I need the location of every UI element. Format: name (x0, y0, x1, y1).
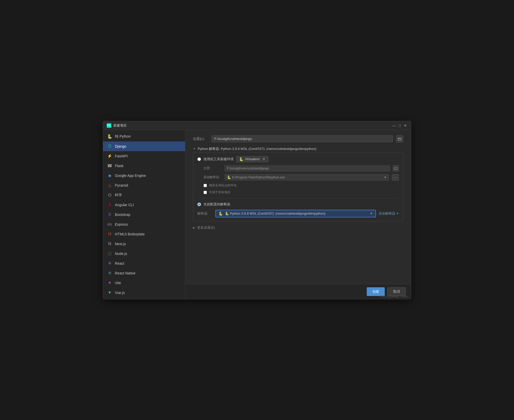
location-browse-button[interactable] (396, 135, 403, 142)
sidebar-item-label-bootstrap: Bootstrap (115, 213, 130, 217)
django-icon: D (107, 144, 112, 149)
title-bar: PC 新建项目 — □ ✕ (103, 121, 411, 130)
sidebar-item-science[interactable]: ⌬科学 (103, 190, 185, 200)
section-divider (197, 198, 399, 198)
sidebar-item-nextjs[interactable]: NNext.js (103, 239, 185, 249)
more-settings-label: 更多设置(E) (197, 225, 215, 230)
sidebar-item-nodejs[interactable]: ⬡Node.js (103, 249, 185, 259)
sidebar-item-label-pure-python: 纯 Python (115, 134, 131, 139)
location-row: 位置(L): (193, 135, 403, 142)
sidebar-item-angular-cli[interactable]: AAngular CLI (103, 200, 185, 210)
more-settings-row[interactable]: ▶ 更多设置(E) (193, 225, 403, 230)
add-interp-label: 添加解释器 (379, 211, 395, 216)
location-label: 位置(L): (193, 137, 208, 141)
sidebar-item-express[interactable]: exExpress (103, 219, 185, 229)
react-native-icon: ⚛ (107, 271, 112, 276)
watermark: CSDN @Melody_Chaser (380, 295, 408, 298)
react-icon: ⚛ (107, 261, 112, 266)
pyramid-icon: △ (107, 183, 112, 188)
sidebar-item-label-vite: Vite (115, 281, 121, 285)
express-icon: ex (107, 222, 112, 227)
all-projects-checkbox-row: 可用于所有项目 (204, 190, 399, 195)
chevron-right-icon: ▶ (193, 226, 195, 229)
sidebar-item-react-native[interactable]: ⚛React Native (103, 268, 185, 278)
sub-location-input[interactable] (227, 167, 388, 170)
angular-cli-icon: A (107, 202, 112, 207)
create-button[interactable]: 创建 (367, 287, 385, 296)
sidebar-item-label-react: React (115, 261, 124, 265)
vite-icon: ▼ (107, 280, 112, 285)
sidebar-item-label-flask: Flask (115, 164, 123, 168)
flask-icon: ☎ (107, 163, 112, 168)
new-env-radio-row: 使用此工具新建环境 🐍 Virtualenv ▼ (197, 156, 399, 162)
new-project-dialog: PC 新建项目 — □ ✕ 🐍纯 PythonDDjango⚡FastAPI☎F… (103, 121, 411, 299)
all-projects-checkbox[interactable] (204, 191, 207, 194)
base-interp-row: 基础解释器: 🐍 E:\Program Files\Python39\pytho… (204, 174, 399, 181)
google-app-engine-icon: ◆ (107, 173, 112, 178)
virtualenv-dropdown[interactable]: 🐍 Virtualenv ▼ (236, 156, 268, 162)
base-interp-more-button[interactable]: ··· (392, 174, 399, 181)
window-controls: — □ ✕ (392, 123, 407, 128)
sidebar-item-vuejs[interactable]: ▼Vue.js (103, 288, 185, 298)
sidebar-item-label-react-native: React Native (115, 271, 135, 275)
sidebar-item-bootstrap[interactable]: BBootstrap (103, 210, 185, 219)
sidebar-item-label-nextjs: Next.js (115, 242, 126, 246)
sidebar-item-label-science: 科学 (115, 193, 122, 197)
dropdown-arrow-icon: ▼ (262, 157, 266, 161)
chevron-down-icon-add: ▼ (396, 212, 399, 215)
location-input-wrapper (212, 135, 393, 142)
sidebar-item-label-google-app-engine: Google App Engine (115, 174, 146, 178)
sidebar-item-react[interactable]: ⚛React (103, 259, 185, 268)
interpreter-section-header[interactable]: ▼ Python 解释器: Python 3.9.9 WSL (CentOS7)… (193, 147, 403, 151)
sub-location-input-wrapper (225, 165, 390, 171)
base-interp-label: 基础解释器: (204, 175, 222, 179)
close-button[interactable]: ✕ (403, 123, 407, 128)
interp-label: 解释器: (197, 211, 213, 216)
sidebar-item-google-app-engine[interactable]: ◆Google App Engine (103, 171, 185, 180)
dialog-title: 新建项目 (113, 123, 390, 128)
new-env-radio[interactable] (197, 157, 201, 161)
sidebar-item-label-nodejs: Node.js (115, 252, 127, 256)
prev-interp-radio-label: 先前配置的解释器 (204, 202, 230, 207)
interpreter-select-row: 解释器: 🐍 🐍 Python 3.9.9 WSL (CentOS7): (/v… (197, 210, 399, 217)
virtualenv-label: Virtualenv (245, 157, 260, 161)
sidebar-item-label-html5-boilerplate: HTML5 Boilerplate (115, 232, 145, 236)
interpreter-section: ▼ Python 解释器: Python 3.9.9 WSL (CentOS7)… (193, 147, 403, 221)
fastapi-icon: ⚡ (107, 154, 112, 159)
base-interp-value: E:\Program Files\Python39\python.exe (232, 176, 383, 179)
sidebar-item-vite[interactable]: ▼Vite (103, 278, 185, 288)
project-type-sidebar: 🐍纯 PythonDDjango⚡FastAPI☎Flask◆Google Ap… (103, 130, 185, 299)
new-env-radio-label: 使用此工具新建环境 (204, 157, 234, 161)
sub-location-label: 位置: (204, 166, 222, 170)
base-interp-select-wrapper: 🐍 E:\Program Files\Python39\python.exe ▼ (225, 174, 389, 180)
maximize-button[interactable]: □ (398, 123, 402, 128)
all-projects-checkbox-label: 可用于所有项目 (209, 190, 231, 195)
inherit-checkbox[interactable] (204, 184, 207, 187)
sidebar-item-fastapi[interactable]: ⚡FastAPI (103, 151, 185, 161)
minimize-button[interactable]: — (392, 123, 396, 128)
science-icon: ⌬ (107, 193, 112, 198)
new-env-settings: 位置: 基础解 (204, 165, 399, 195)
prev-interp-radio[interactable] (197, 203, 201, 206)
dialog-body: 🐍纯 PythonDDjango⚡FastAPI☎Flask◆Google Ap… (103, 130, 411, 299)
interpreter-section-content: 使用此工具新建环境 🐍 Virtualenv ▼ 位置: (193, 152, 403, 221)
sidebar-item-flask[interactable]: ☎Flask (103, 161, 185, 171)
interpreter-value: 🐍 Python 3.9.9 WSL (CentOS7): (/venv/csd… (225, 212, 368, 215)
interpreter-section-title: Python 解释器: Python 3.9.9 WSL (CentOS7): … (198, 147, 316, 151)
sidebar-item-label-angular-cli: Angular CLI (115, 203, 134, 207)
sidebar-item-pure-python[interactable]: 🐍纯 Python (103, 132, 185, 141)
sidebar-item-label-pyramid: Pyramid (115, 183, 128, 187)
location-input[interactable] (214, 137, 390, 141)
svg-rect-1 (398, 138, 399, 139)
sidebar-item-django[interactable]: DDjango (103, 141, 185, 151)
cancel-button[interactable]: 取消 (387, 287, 406, 296)
add-interpreter-button[interactable]: 添加解释器 ▼ (379, 211, 399, 216)
interpreter-dropdown-arrow: ▼ (370, 212, 373, 215)
nextjs-icon: N (107, 241, 112, 246)
sidebar-item-html5-boilerplate[interactable]: HHTML5 Boilerplate (103, 229, 185, 239)
svg-rect-2 (394, 168, 397, 170)
sub-location-browse-button[interactable] (393, 165, 399, 171)
interpreter-dropdown[interactable]: 🐍 🐍 Python 3.9.9 WSL (CentOS7): (/venv/c… (215, 210, 376, 217)
main-panel: 位置(L): ▼ (185, 130, 411, 284)
sidebar-item-pyramid[interactable]: △Pyramid (103, 180, 185, 190)
